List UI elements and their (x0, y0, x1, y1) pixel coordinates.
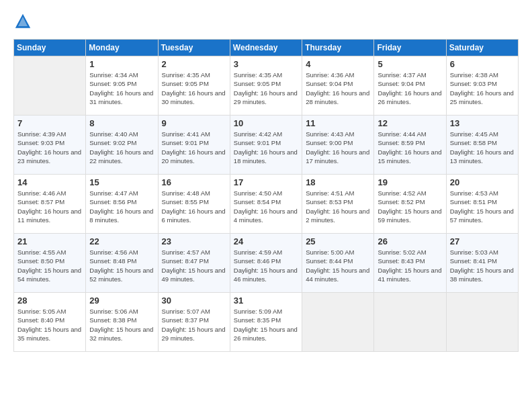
day-info: Sunrise: 4:42 AM Sunset: 9:01 PM Dayligh… (234, 130, 298, 165)
day-info: Sunrise: 4:39 AM Sunset: 9:03 PM Dayligh… (17, 130, 82, 165)
day-info: Sunrise: 5:05 AM Sunset: 8:40 PM Dayligh… (17, 307, 82, 342)
calendar-cell: 7Sunrise: 4:39 AM Sunset: 9:03 PM Daylig… (14, 116, 86, 175)
day-number: 29 (89, 295, 154, 306)
page-container: SundayMondayTuesdayWednesdayThursdayFrid… (0, 0, 532, 359)
calendar-cell: 24Sunrise: 4:59 AM Sunset: 8:46 PM Dayli… (230, 234, 302, 293)
day-number: 6 (450, 59, 515, 69)
day-info: Sunrise: 4:35 AM Sunset: 9:05 PM Dayligh… (234, 71, 298, 106)
day-info: Sunrise: 4:44 AM Sunset: 8:59 PM Dayligh… (378, 130, 442, 165)
day-info: Sunrise: 4:50 AM Sunset: 8:54 PM Dayligh… (234, 189, 298, 224)
day-info: Sunrise: 4:59 AM Sunset: 8:46 PM Dayligh… (234, 248, 298, 283)
day-info: Sunrise: 4:34 AM Sunset: 9:05 PM Dayligh… (89, 71, 154, 106)
calendar-cell: 30Sunrise: 5:07 AM Sunset: 8:37 PM Dayli… (158, 293, 230, 352)
day-info: Sunrise: 5:07 AM Sunset: 8:37 PM Dayligh… (162, 307, 226, 342)
calendar-week-row: 21Sunrise: 4:55 AM Sunset: 8:50 PM Dayli… (14, 234, 519, 293)
day-number: 27 (450, 236, 515, 246)
calendar-cell (14, 56, 86, 116)
day-number: 30 (162, 295, 226, 306)
calendar-cell: 16Sunrise: 4:48 AM Sunset: 8:55 PM Dayli… (158, 175, 230, 234)
calendar-header-row: SundayMondayTuesdayWednesdayThursdayFrid… (14, 40, 519, 56)
calendar-table: SundayMondayTuesdayWednesdayThursdayFrid… (13, 39, 519, 352)
calendar-cell: 9Sunrise: 4:41 AM Sunset: 9:01 PM Daylig… (158, 116, 230, 175)
calendar-cell: 14Sunrise: 4:46 AM Sunset: 8:57 PM Dayli… (14, 175, 86, 234)
calendar-cell: 27Sunrise: 5:03 AM Sunset: 8:41 PM Dayli… (446, 234, 518, 293)
day-number: 23 (162, 236, 226, 246)
calendar-week-row: 1Sunrise: 4:34 AM Sunset: 9:05 PM Daylig… (14, 56, 519, 116)
day-info: Sunrise: 5:00 AM Sunset: 8:44 PM Dayligh… (306, 248, 370, 283)
calendar-cell: 15Sunrise: 4:47 AM Sunset: 8:56 PM Dayli… (86, 175, 158, 234)
logo (13, 12, 35, 31)
day-number: 22 (89, 236, 154, 246)
calendar-cell: 3Sunrise: 4:35 AM Sunset: 9:05 PM Daylig… (230, 56, 302, 116)
calendar-cell: 21Sunrise: 4:55 AM Sunset: 8:50 PM Dayli… (14, 234, 86, 293)
calendar-cell: 13Sunrise: 4:45 AM Sunset: 8:58 PM Dayli… (446, 116, 518, 175)
calendar-cell: 28Sunrise: 5:05 AM Sunset: 8:40 PM Dayli… (14, 293, 86, 352)
day-info: Sunrise: 5:06 AM Sunset: 8:38 PM Dayligh… (89, 307, 154, 342)
day-info: Sunrise: 4:38 AM Sunset: 9:03 PM Dayligh… (450, 71, 515, 106)
calendar-cell (446, 293, 518, 352)
day-number: 21 (17, 236, 82, 246)
calendar-cell: 6Sunrise: 4:38 AM Sunset: 9:03 PM Daylig… (446, 56, 518, 116)
calendar-cell: 25Sunrise: 5:00 AM Sunset: 8:44 PM Dayli… (302, 234, 374, 293)
day-info: Sunrise: 4:53 AM Sunset: 8:51 PM Dayligh… (450, 189, 515, 224)
day-info: Sunrise: 5:03 AM Sunset: 8:41 PM Dayligh… (450, 248, 515, 283)
day-info: Sunrise: 5:02 AM Sunset: 8:43 PM Dayligh… (378, 248, 442, 283)
day-number: 7 (17, 118, 82, 128)
weekday-header-sunday: Sunday (14, 40, 86, 56)
day-number: 10 (234, 118, 298, 128)
day-number: 14 (17, 177, 82, 187)
day-info: Sunrise: 4:46 AM Sunset: 8:57 PM Dayligh… (17, 189, 82, 224)
day-info: Sunrise: 4:55 AM Sunset: 8:50 PM Dayligh… (17, 248, 82, 283)
day-number: 17 (234, 177, 298, 187)
day-number: 11 (306, 118, 370, 128)
calendar-cell: 18Sunrise: 4:51 AM Sunset: 8:53 PM Dayli… (302, 175, 374, 234)
calendar-cell: 10Sunrise: 4:42 AM Sunset: 9:01 PM Dayli… (230, 116, 302, 175)
day-number: 12 (378, 118, 442, 128)
weekday-header-thursday: Thursday (302, 40, 374, 56)
weekday-header-saturday: Saturday (446, 40, 518, 56)
day-info: Sunrise: 4:36 AM Sunset: 9:04 PM Dayligh… (306, 71, 370, 106)
calendar-cell: 5Sunrise: 4:37 AM Sunset: 9:04 PM Daylig… (374, 56, 446, 116)
calendar-cell: 20Sunrise: 4:53 AM Sunset: 8:51 PM Dayli… (446, 175, 518, 234)
weekday-header-monday: Monday (86, 40, 158, 56)
day-number: 4 (306, 59, 370, 69)
calendar-cell (374, 293, 446, 352)
calendar-cell: 29Sunrise: 5:06 AM Sunset: 8:38 PM Dayli… (86, 293, 158, 352)
day-number: 16 (162, 177, 226, 187)
day-number: 13 (450, 118, 515, 128)
day-number: 2 (162, 59, 226, 69)
day-info: Sunrise: 4:48 AM Sunset: 8:55 PM Dayligh… (162, 189, 226, 224)
day-number: 15 (89, 177, 154, 187)
calendar-cell: 22Sunrise: 4:56 AM Sunset: 8:48 PM Dayli… (86, 234, 158, 293)
calendar-cell: 1Sunrise: 4:34 AM Sunset: 9:05 PM Daylig… (86, 56, 158, 116)
day-number: 8 (89, 118, 154, 128)
calendar-cell: 23Sunrise: 4:57 AM Sunset: 8:47 PM Dayli… (158, 234, 230, 293)
day-info: Sunrise: 4:40 AM Sunset: 9:02 PM Dayligh… (89, 130, 154, 165)
calendar-cell: 11Sunrise: 4:43 AM Sunset: 9:00 PM Dayli… (302, 116, 374, 175)
day-number: 20 (450, 177, 515, 187)
day-info: Sunrise: 4:56 AM Sunset: 8:48 PM Dayligh… (89, 248, 154, 283)
day-number: 26 (378, 236, 442, 246)
day-info: Sunrise: 4:47 AM Sunset: 8:56 PM Dayligh… (89, 189, 154, 224)
day-number: 18 (306, 177, 370, 187)
calendar-cell: 17Sunrise: 4:50 AM Sunset: 8:54 PM Dayli… (230, 175, 302, 234)
day-info: Sunrise: 4:52 AM Sunset: 8:52 PM Dayligh… (378, 189, 442, 224)
day-number: 28 (17, 295, 82, 306)
calendar-cell: 26Sunrise: 5:02 AM Sunset: 8:43 PM Dayli… (374, 234, 446, 293)
day-info: Sunrise: 4:43 AM Sunset: 9:00 PM Dayligh… (306, 130, 370, 165)
calendar-week-row: 7Sunrise: 4:39 AM Sunset: 9:03 PM Daylig… (14, 116, 519, 175)
calendar-cell: 4Sunrise: 4:36 AM Sunset: 9:04 PM Daylig… (302, 56, 374, 116)
day-info: Sunrise: 4:57 AM Sunset: 8:47 PM Dayligh… (162, 248, 226, 283)
calendar-cell: 19Sunrise: 4:52 AM Sunset: 8:52 PM Dayli… (374, 175, 446, 234)
calendar-cell: 2Sunrise: 4:35 AM Sunset: 9:05 PM Daylig… (158, 56, 230, 116)
day-number: 1 (89, 59, 154, 69)
day-info: Sunrise: 4:41 AM Sunset: 9:01 PM Dayligh… (162, 130, 226, 165)
day-number: 25 (306, 236, 370, 246)
day-info: Sunrise: 4:51 AM Sunset: 8:53 PM Dayligh… (306, 189, 370, 224)
calendar-cell: 8Sunrise: 4:40 AM Sunset: 9:02 PM Daylig… (86, 116, 158, 175)
day-number: 5 (378, 59, 442, 69)
calendar-cell: 12Sunrise: 4:44 AM Sunset: 8:59 PM Dayli… (374, 116, 446, 175)
weekday-header-friday: Friday (374, 40, 446, 56)
day-number: 9 (162, 118, 226, 128)
calendar-cell (302, 293, 374, 352)
